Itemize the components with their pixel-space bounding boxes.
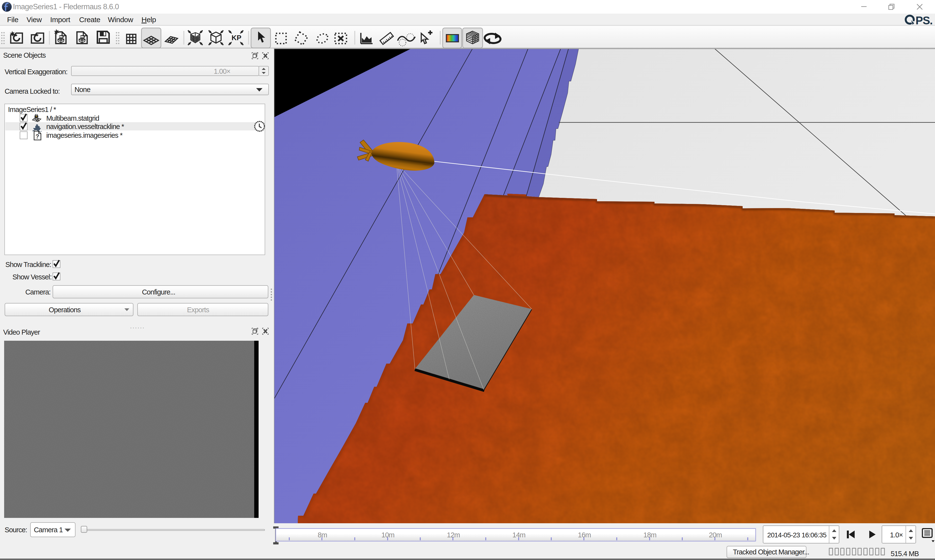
- svg-text:PS.: PS.: [915, 14, 933, 26]
- svg-text:?: ?: [35, 133, 39, 140]
- svg-text:KP: KP: [231, 34, 241, 42]
